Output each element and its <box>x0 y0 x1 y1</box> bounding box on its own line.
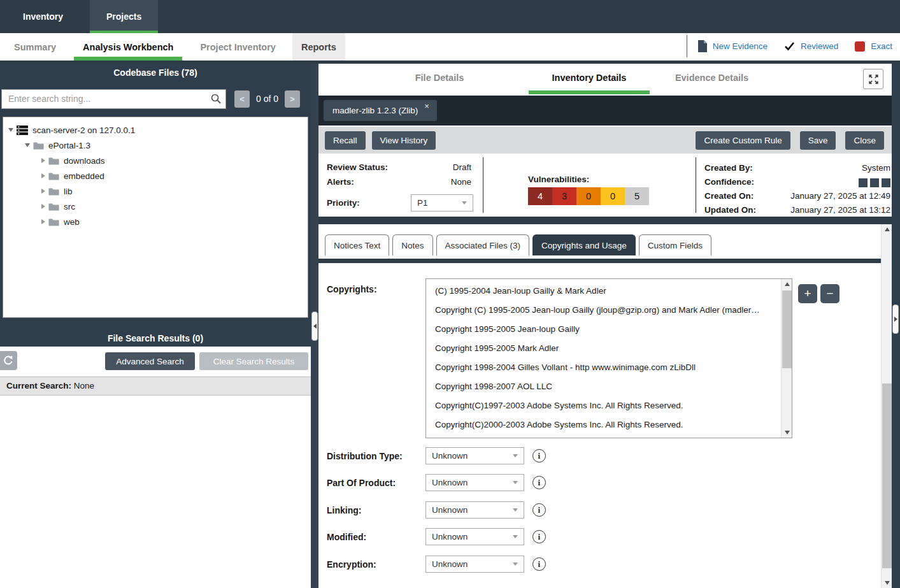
legend-new-evidence-label: New Evidence <box>713 41 768 51</box>
scroll-up-icon[interactable] <box>782 279 792 289</box>
updated-on-label: Updated On: <box>704 205 756 215</box>
scroll-down-icon[interactable] <box>882 578 892 588</box>
tab-inventory[interactable]: Inventory <box>6 0 80 33</box>
vuln-count-unscored: 5 <box>625 187 649 205</box>
tab-summary[interactable]: Summary <box>5 33 65 61</box>
codebase-files-header: Codebase Files (78) <box>0 64 311 82</box>
top-nav-bar: Inventory Projects <box>0 0 900 33</box>
caret-right-icon[interactable] <box>41 173 45 178</box>
collapse-right-handle[interactable] <box>892 305 899 334</box>
tab-project-inventory[interactable]: Project Inventory <box>191 33 284 61</box>
folder-icon <box>33 141 44 150</box>
confidence-block <box>870 178 879 187</box>
caret-down-icon[interactable] <box>8 128 13 132</box>
refresh-button[interactable] <box>0 351 17 370</box>
folder-icon <box>48 172 59 180</box>
tree-item-web[interactable]: web <box>3 214 308 229</box>
collapse-left-handle[interactable] <box>311 312 318 341</box>
tab-reports-label: Reports <box>301 42 336 52</box>
info-icon[interactable]: i <box>532 503 546 517</box>
caret-right-icon[interactable] <box>41 204 45 209</box>
close-button[interactable]: Close <box>845 131 884 150</box>
recall-button[interactable]: Recall <box>325 131 366 150</box>
tab-notes[interactable]: Notes <box>392 234 432 255</box>
tab-evidence-details[interactable]: Evidence Details <box>666 64 758 92</box>
priority-label: Priority: <box>327 198 360 208</box>
tab-custom-fields[interactable]: Custom Fields <box>639 234 711 255</box>
panel-divider[interactable] <box>311 64 318 588</box>
tree-item-eportal[interactable]: ePortal-1.3 <box>3 138 308 153</box>
tab-file-details[interactable]: File Details <box>395 64 484 92</box>
file-search-toolbar: Advanced Search Clear Search Results <box>0 347 311 376</box>
tab-copyrights-and-usage[interactable]: Copyrights and Usage <box>532 234 636 255</box>
remove-copyright-button[interactable]: − <box>820 284 839 303</box>
copyright-entry[interactable]: (C) 1995-2004 Jean-loup Gailly & Mark Ad… <box>426 282 781 301</box>
tree-item-label: embedded <box>64 171 104 181</box>
encryption-select[interactable]: Unknown <box>425 556 524 573</box>
vulnerability-severity-bar[interactable]: 4 3 0 0 5 <box>528 187 649 205</box>
caret-right-icon[interactable] <box>41 189 45 194</box>
part-of-product-select[interactable]: Unknown <box>425 474 524 491</box>
view-history-button[interactable]: View History <box>372 131 436 150</box>
tab-projects[interactable]: Projects <box>90 0 158 33</box>
tree-item-label: downloads <box>64 156 105 166</box>
create-custom-rule-button[interactable]: Create Custom Rule <box>696 131 790 150</box>
search-icon[interactable] <box>210 93 222 107</box>
copyright-entry[interactable]: Copyright 1995-2005 Jean-loup Gailly <box>426 320 781 339</box>
tree-item-label: ePortal-1.3 <box>48 141 90 150</box>
chevron-down-icon <box>513 481 518 484</box>
info-icon[interactable]: i <box>532 557 546 571</box>
details-scrollbar[interactable] <box>881 224 892 588</box>
scrollbar-thumb[interactable] <box>882 384 892 568</box>
scrollbar-thumb[interactable] <box>782 290 792 368</box>
tree-item-embedded[interactable]: embedded <box>3 168 308 183</box>
save-button[interactable]: Save <box>800 131 836 150</box>
clear-search-results-button[interactable]: Clear Search Results <box>199 352 308 370</box>
close-tab-icon[interactable]: × <box>424 101 429 111</box>
modified-select[interactable]: Unknown <box>425 528 524 545</box>
tree-item-scan-server[interactable]: scan-server-2 on 127.0.0.1 <box>3 122 308 138</box>
copyright-entry[interactable]: Copyright(C)2000-2003 Adobe Systems Inc.… <box>426 415 781 434</box>
created-on-value: January 27, 2025 at 12:49 <box>750 191 890 201</box>
info-icon[interactable]: i <box>532 476 546 489</box>
tree-item-lib[interactable]: lib <box>3 183 308 199</box>
copyright-entry[interactable]: Copyright 1998-2004 Gilles Vollant - htt… <box>426 358 781 377</box>
tab-inventory-details[interactable]: Inventory Details <box>529 64 650 92</box>
info-icon[interactable]: i <box>532 530 546 543</box>
caret-right-icon[interactable] <box>41 219 45 224</box>
copyright-entry[interactable]: Copyright 1998-2007 AOL LLC <box>426 377 781 396</box>
search-next-button[interactable]: > <box>285 90 300 108</box>
copyright-entry[interactable]: Copyright(C)1997-2003 Adobe Systems Inc.… <box>426 396 781 415</box>
created-by-label: Created By: <box>704 163 753 173</box>
tree-item-downloads[interactable]: downloads <box>3 153 308 168</box>
distribution-type-select[interactable]: Unknown <box>425 447 524 464</box>
scroll-down-icon[interactable] <box>782 427 792 438</box>
copyrights-scrollbar[interactable] <box>781 279 792 438</box>
confidence-meter <box>859 178 890 187</box>
priority-value: P1 <box>417 198 428 208</box>
tab-reports[interactable]: Reports <box>292 33 345 61</box>
expand-panel-button[interactable] <box>863 69 883 89</box>
priority-select[interactable]: P1 <box>411 194 473 212</box>
scroll-up-icon[interactable] <box>882 224 892 234</box>
copyright-entry[interactable]: Copyright (C) 1995-2005 Jean-loup Gailly… <box>426 301 781 320</box>
encryption-label: Encryption: <box>327 559 425 570</box>
open-item-tab-bar: madler-zlib 1.2.3 (Zlib) × <box>318 96 892 125</box>
caret-down-icon[interactable] <box>25 143 30 147</box>
tab-analysis-workbench[interactable]: Analysis Workbench <box>74 33 182 61</box>
inventory-item-tab[interactable]: madler-zlib 1.2.3 (Zlib) × <box>324 100 437 121</box>
search-prev-button[interactable]: < <box>234 90 250 108</box>
caret-right-icon[interactable] <box>41 158 45 163</box>
add-copyright-button[interactable]: + <box>798 284 817 303</box>
codebase-search-input[interactable] <box>1 89 226 109</box>
linking-select[interactable]: Unknown <box>425 501 524 519</box>
info-icon[interactable]: i <box>532 449 546 463</box>
file-search-results-body: Advanced Search Clear Search Results Cur… <box>0 347 311 588</box>
copyright-entry[interactable]: Copyright 1995-2005 Mark Adler <box>426 339 781 358</box>
modified-label: Modified: <box>327 532 425 542</box>
advanced-search-button[interactable]: Advanced Search <box>105 352 195 370</box>
created-on-label: Created On: <box>704 191 754 201</box>
tab-associated-files[interactable]: Associated Files (3) <box>436 234 530 255</box>
tab-notices-text[interactable]: Notices Text <box>325 234 389 255</box>
tree-item-src[interactable]: src <box>3 199 308 214</box>
